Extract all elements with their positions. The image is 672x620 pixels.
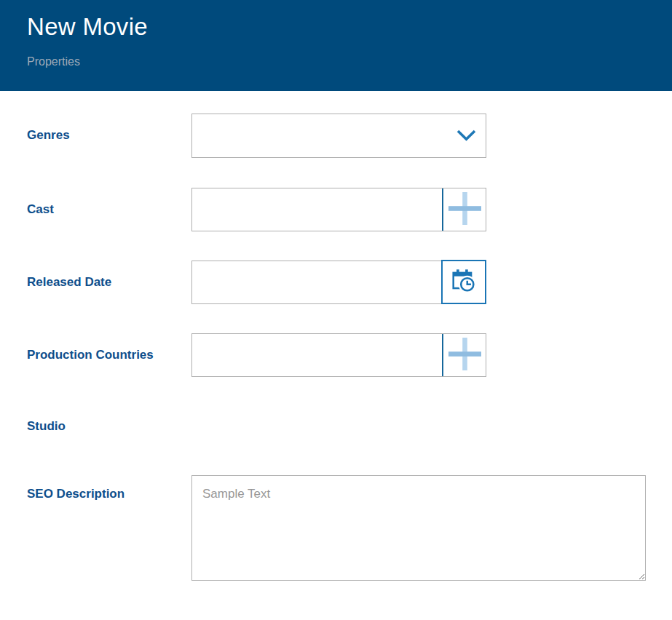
seo-description-label: SEO Description xyxy=(27,486,165,504)
calendar-clock-icon xyxy=(451,268,477,296)
seo-description-textarea[interactable] xyxy=(191,475,646,581)
chevron-down-icon[interactable] xyxy=(455,114,477,157)
new-movie-page: New Movie Properties Genres Cast Release… xyxy=(0,0,672,620)
seo-description-field xyxy=(191,475,646,581)
